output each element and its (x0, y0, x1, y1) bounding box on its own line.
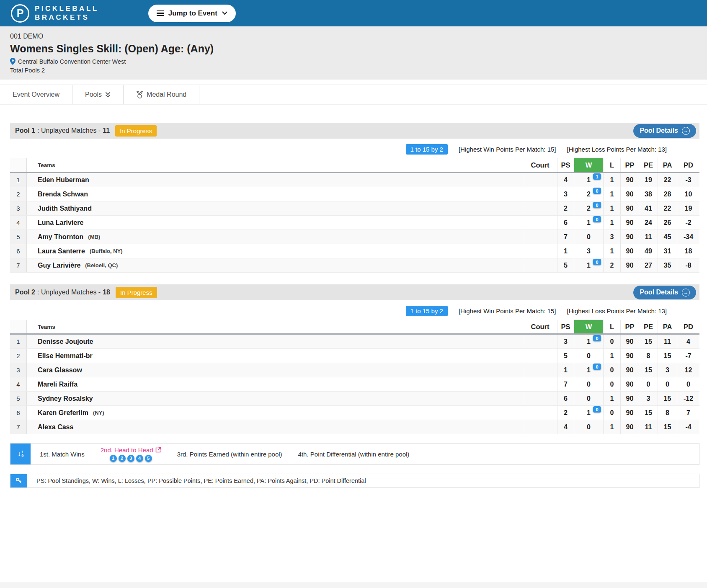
court-cell (523, 363, 557, 377)
row-number: 3 (10, 201, 27, 215)
unplayed-matches-label: : Unplayed Matches - (37, 127, 101, 134)
page-footer-strip (0, 583, 707, 588)
wins-value: 1 (587, 262, 591, 269)
jump-to-event-button[interactable]: Jump to Event (148, 5, 236, 22)
wins-header: W (574, 320, 603, 333)
team-name: Cara Glassow (38, 366, 82, 374)
pa-header: PA (658, 320, 677, 333)
wins-cell: 1 0 (574, 258, 603, 272)
event-venue: Central Buffalo Convention Center West (10, 58, 697, 65)
brand-p-icon: P (11, 4, 29, 23)
possible-points-cell: 90 (620, 392, 639, 405)
tab-medal-round[interactable]: Medal Round (124, 85, 199, 104)
tab-event-overview[interactable]: Event Overview (0, 85, 72, 104)
points-against-cell: 11 (658, 335, 677, 348)
points-earned-cell: 8 (639, 349, 658, 363)
wins-value: 1 (587, 219, 591, 227)
team-name: Judith Sathiyand (38, 205, 92, 212)
table-header-row: Teams Court PS W L PP PE PA PD (10, 320, 699, 335)
court-cell (523, 349, 557, 363)
team-name: Elise Hemmati-br (38, 352, 93, 360)
table-row: 2 Elise Hemmati-br 5 0 1 90 8 15 -7 (10, 349, 699, 363)
table-row: 5 Amy Thornton (MB) 7 0 3 90 11 45 -34 (10, 230, 699, 244)
pool-details-button[interactable]: Pool Details → (633, 124, 696, 138)
event-tabs: Event Overview Pools Medal Round (0, 85, 707, 105)
points-against-cell: 0 (658, 377, 677, 391)
point-differential-cell: -34 (677, 230, 699, 244)
pool-name: Pool 1 (15, 127, 35, 134)
wins-cell: 0 (574, 392, 603, 405)
table-row: 3 Judith Sathiyand 2 2 0 1 90 41 22 19 (10, 201, 699, 216)
key-icon (10, 474, 27, 487)
pool-standing-cell: 7 (557, 230, 574, 244)
points-against-cell: 15 (658, 392, 677, 405)
head-to-head-link[interactable]: 2nd. Head to Head (101, 446, 161, 454)
wins-value: 1 (587, 409, 591, 417)
scoring-format-badge: 1 to 15 by 2 (406, 306, 448, 316)
pool-standing-cell: 5 (557, 349, 574, 363)
possible-points-cell: 90 (620, 230, 639, 244)
wins-value: 0 (587, 352, 591, 360)
pool-standing-cell: 6 (557, 216, 574, 230)
row-number: 1 (10, 173, 27, 187)
losses-cell: 0 (603, 335, 620, 348)
pool-1-section: Pool 1 : Unplayed Matches - 11 In Progre… (10, 123, 699, 273)
pool-2-standings-table: Teams Court PS W L PP PE PA PD 1 Denisse… (10, 320, 699, 434)
pe-header: PE (639, 320, 658, 333)
points-against-cell: 22 (658, 201, 677, 215)
highest-loss-points: [Highest Loss Points Per Match: 13] (567, 146, 667, 153)
losses-cell: 1 (603, 392, 620, 405)
sort-third: 3rd. Points Earned (within entire pool) (177, 451, 282, 458)
chevron-down-icon (222, 11, 227, 15)
team-cell: Cara Glassow (27, 363, 523, 377)
pool-1-standings-table: Teams Court PS W L PP PE PA PD 1 Eden Hu… (10, 158, 699, 273)
pickleball-brackets-logo[interactable]: P PICKLEBALL BRACKETS (11, 4, 99, 23)
points-earned-cell: 41 (639, 201, 658, 215)
team-name: Luna Lariviere (38, 219, 83, 227)
losses-cell: 0 (603, 406, 620, 420)
team-location: (MB) (88, 234, 100, 240)
wins-header: W (574, 158, 603, 172)
team-location: (NY) (93, 410, 104, 416)
arrow-right-circle-icon: → (682, 289, 690, 297)
point-differential-cell: -4 (677, 420, 699, 434)
teams-header: Teams (27, 158, 523, 172)
pool-details-button[interactable]: Pool Details → (633, 286, 696, 299)
tab-pools[interactable]: Pools (72, 85, 124, 104)
points-against-cell: 28 (658, 187, 677, 201)
team-cell: Alexa Cass (27, 420, 523, 434)
wins-cell: 2 0 (574, 201, 603, 215)
pool-standing-cell: 2 (557, 201, 574, 215)
wins-value: 1 (587, 176, 591, 184)
points-earned-cell: 3 (639, 392, 658, 405)
key-text: PS: Pool Standings, W: Wins, L: Losses, … (36, 477, 366, 484)
scoring-format-badge: 1 to 15 by 2 (406, 144, 448, 155)
points-against-cell: 45 (658, 230, 677, 244)
pool-standing-cell: 7 (557, 377, 574, 391)
unplayed-matches-label: : Unplayed Matches - (37, 289, 101, 296)
wins-cell: 0 (574, 230, 603, 244)
court-cell (523, 377, 557, 391)
table-row: 2 Brenda Schwan 3 2 0 1 90 38 28 10 (10, 187, 699, 201)
wins-cell: 1 0 (574, 406, 603, 420)
pool-standing-cell: 6 (557, 392, 574, 405)
wins-cell: 0 (574, 349, 603, 363)
losses-cell: 2 (603, 258, 620, 272)
losses-cell: 1 (603, 244, 620, 258)
court-cell (523, 187, 557, 201)
points-earned-cell: 38 (639, 187, 658, 201)
double-chevron-down-icon (105, 92, 111, 98)
losses-header: L (603, 320, 620, 333)
sort-first: 1st. Match Wins (40, 451, 85, 458)
wins-cell: 1 1 (574, 173, 603, 187)
losses-cell: 1 (603, 349, 620, 363)
points-earned-cell: 0 (639, 377, 658, 391)
row-number: 2 (10, 187, 27, 201)
team-location: (Beloeil, QC) (85, 262, 118, 268)
losses-cell: 1 (603, 420, 620, 434)
points-against-cell: 15 (658, 349, 677, 363)
highest-win-points: [Highest Win Points Per Match: 15] (459, 146, 556, 153)
team-cell: Eden Huberman (27, 173, 523, 187)
points-earned-cell: 49 (639, 244, 658, 258)
head-to-head-steps: 1 2 3 4 5 (110, 455, 152, 462)
